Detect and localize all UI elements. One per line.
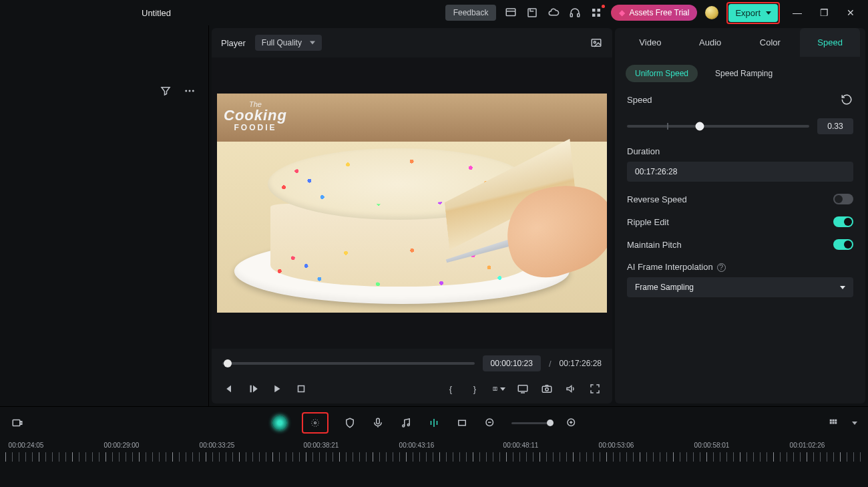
svg-point-28 [407,424,409,426]
svg-point-11 [192,90,194,92]
export-button[interactable]: Export [728,4,778,22]
ai-interpolation-label: AI Frame Interpolation? [627,262,853,272]
svg-point-27 [403,425,405,427]
svg-rect-40 [835,420,837,422]
headphones-icon[interactable] [568,6,582,19]
svg-rect-0 [507,9,516,16]
maintain-pitch-toggle[interactable] [833,239,853,250]
svg-rect-18 [518,385,527,391]
music-icon[interactable] [399,416,413,430]
svg-rect-17 [495,387,497,390]
svg-rect-32 [459,420,466,426]
svg-rect-6 [598,9,601,12]
video-preview[interactable]: The Cooking FOODIE [217,94,607,313]
svg-point-9 [185,90,187,92]
info-icon[interactable]: ? [717,263,726,272]
minimize-button[interactable]: — [788,7,807,18]
ratio-icon[interactable] [492,382,505,395]
svg-rect-38 [830,420,832,422]
tab-color[interactable]: Color [740,28,801,57]
ai-button[interactable] [272,416,287,430]
svg-rect-15 [298,386,304,392]
svg-rect-16 [493,387,495,390]
video-watermark: The Cooking FOODIE [224,100,287,132]
titlebar: Untitled Feedback ◆Assets Free Trial Exp… [0,0,868,25]
svg-rect-26 [377,418,380,424]
cloud-icon[interactable] [547,6,560,19]
mark-in-icon[interactable]: { [444,382,457,395]
more-icon[interactable] [183,84,196,98]
snapshot-icon[interactable] [590,36,603,49]
assets-trial-button[interactable]: ◆Assets Free Trial [611,5,697,21]
camera-icon[interactable] [540,382,554,395]
maximize-button[interactable]: ❐ [815,7,833,18]
reset-icon[interactable] [840,93,853,106]
quality-select[interactable]: Full Quality [255,35,322,51]
svg-rect-43 [835,422,837,424]
apps-icon[interactable] [590,6,603,19]
svg-point-25 [312,420,319,427]
svg-rect-2 [528,9,536,17]
close-button[interactable]: ✕ [841,7,860,18]
svg-rect-3 [571,14,573,17]
chevron-down-icon [766,11,771,15]
effect-highlight [302,412,329,434]
zoom-in-icon[interactable] [565,416,578,430]
timeline-dock-icon[interactable] [11,416,24,430]
svg-rect-7 [592,14,596,17]
export-highlight: Export [726,2,780,24]
globe-icon[interactable] [705,6,718,19]
subtab-uniform-speed[interactable]: Uniform Speed [626,65,698,82]
zoom-out-icon[interactable] [483,416,497,430]
player-label: Player [221,38,246,48]
project-title: Untitled [142,8,171,18]
filter-icon[interactable] [159,84,172,98]
svg-point-21 [546,388,549,391]
chevron-down-icon [840,286,845,289]
svg-rect-39 [833,420,835,422]
play-icon[interactable] [270,382,284,395]
crop-icon[interactable] [455,416,469,430]
svg-point-24 [314,422,316,424]
zoom-slider[interactable] [511,422,550,424]
shield-icon[interactable] [343,416,357,430]
tab-audio[interactable]: Audio [680,28,740,57]
save-icon[interactable] [525,6,539,19]
prev-frame-icon[interactable] [222,382,236,395]
fullscreen-icon[interactable] [588,382,602,395]
scrub-slider[interactable] [222,362,475,365]
reverse-speed-toggle[interactable] [833,194,853,204]
chevron-down-icon[interactable] [852,422,857,425]
tab-speed[interactable]: Speed [800,28,860,57]
ripple-edit-toggle[interactable] [833,216,853,227]
speed-value[interactable]: 0.33 [817,118,853,134]
grid-icon[interactable] [827,416,840,430]
sparkle-icon[interactable] [308,416,322,430]
ai-interpolation-select[interactable]: Frame Sampling [627,277,853,297]
mic-icon[interactable] [371,416,385,430]
timeline-ruler[interactable]: 00:00:24:05 00:00:29:00 00:00:33:25 00:0… [0,439,868,466]
svg-rect-20 [542,386,552,392]
subtab-speed-ramping[interactable]: Speed Ramping [706,65,782,82]
duration-label: Duration [627,146,853,156]
feedback-button[interactable]: Feedback [445,5,497,21]
display-icon[interactable] [516,382,529,395]
speed-slider[interactable] [627,125,809,128]
duration-input[interactable] [627,162,853,182]
marker-icon[interactable] [427,416,441,430]
maintain-pitch-label: Maintain Pitch [627,240,682,250]
svg-rect-5 [592,9,596,12]
properties-panel: Video Audio Color Speed Uniform Speed Sp… [615,28,865,403]
current-time[interactable]: 00:00:10:23 [483,355,541,371]
play-pause-icon[interactable] [246,382,260,395]
svg-rect-22 [13,420,20,426]
svg-rect-23 [21,422,22,425]
mark-out-icon[interactable]: } [468,382,481,395]
ripple-edit-label: Ripple Edit [627,217,669,227]
layout-icon[interactable] [504,6,517,19]
svg-rect-14 [250,385,252,393]
svg-rect-42 [833,422,835,424]
volume-icon[interactable] [564,382,578,395]
stop-icon[interactable] [294,382,308,395]
tab-video[interactable]: Video [620,28,680,57]
